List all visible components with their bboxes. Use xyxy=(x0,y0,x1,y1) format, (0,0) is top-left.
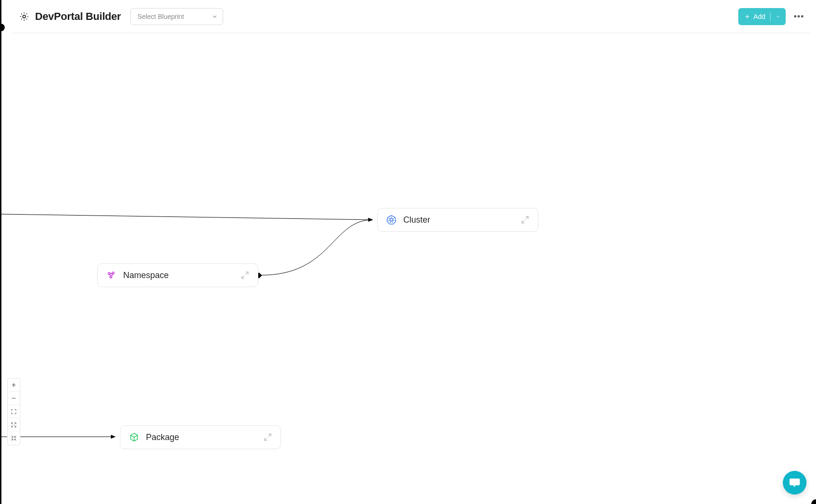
namespace-icon xyxy=(106,270,117,280)
svg-line-21 xyxy=(242,276,244,279)
zoom-fit-button[interactable] xyxy=(8,405,20,418)
svg-line-27 xyxy=(11,425,13,427)
svg-line-18 xyxy=(109,274,110,276)
svg-line-32 xyxy=(15,439,17,441)
svg-line-8 xyxy=(392,221,393,223)
svg-line-7 xyxy=(393,220,395,220)
header: DevPortal Builder Select Blueprint Add xyxy=(13,0,810,33)
expand-icon[interactable] xyxy=(241,271,249,279)
add-button-main[interactable]: Add xyxy=(738,8,770,25)
svg-line-30 xyxy=(15,436,17,438)
header-left: DevPortal Builder Select Blueprint xyxy=(19,8,223,25)
chat-icon xyxy=(789,477,801,489)
blueprint-select-placeholder: Select Blueprint xyxy=(137,13,184,20)
blueprint-select[interactable]: Select Blueprint xyxy=(130,8,223,25)
expand-icon[interactable] xyxy=(521,216,529,224)
add-button-dropdown[interactable] xyxy=(771,8,786,25)
svg-line-17 xyxy=(110,273,112,274)
svg-line-20 xyxy=(246,272,248,274)
collapse-in-icon xyxy=(10,435,17,441)
svg-point-16 xyxy=(110,276,112,278)
svg-line-12 xyxy=(526,216,528,219)
node-namespace-label: Namespace xyxy=(123,270,241,280)
fullscreen-icon xyxy=(10,408,17,415)
svg-point-15 xyxy=(112,272,114,274)
node-namespace[interactable]: Namespace xyxy=(97,263,258,287)
svg-point-0 xyxy=(23,15,26,18)
zoom-out-button[interactable]: − xyxy=(8,392,20,405)
more-menu-button[interactable]: ••• xyxy=(793,8,805,25)
scroll-hint xyxy=(811,499,816,504)
add-button[interactable]: Add xyxy=(738,8,786,25)
edge-offscreen-to-cluster xyxy=(0,214,372,220)
zoom-collapse-button[interactable] xyxy=(8,432,20,445)
svg-line-24 xyxy=(264,438,267,441)
plus-icon xyxy=(744,13,751,20)
svg-line-9 xyxy=(390,221,391,223)
node-package[interactable]: Package xyxy=(120,425,281,449)
svg-point-14 xyxy=(108,272,110,274)
page-title: DevPortal Builder xyxy=(35,10,121,23)
svg-line-19 xyxy=(111,274,112,276)
gear-icon xyxy=(19,11,29,22)
node-cluster-label: Cluster xyxy=(403,215,521,225)
zoom-controls: + − xyxy=(7,378,20,445)
more-dots-icon: ••• xyxy=(794,12,804,21)
chevron-down-icon xyxy=(211,13,218,20)
window-left-edge-dot xyxy=(0,24,5,31)
svg-line-31 xyxy=(11,439,13,441)
header-right: Add ••• xyxy=(738,8,805,25)
zoom-expand-button[interactable] xyxy=(8,418,20,432)
svg-line-26 xyxy=(14,423,16,424)
zoom-in-button[interactable]: + xyxy=(8,378,20,392)
svg-line-10 xyxy=(389,220,390,220)
svg-line-11 xyxy=(389,218,390,219)
expand-icon[interactable] xyxy=(263,433,272,441)
chevron-down-icon xyxy=(775,14,781,19)
svg-line-6 xyxy=(392,218,394,219)
node-package-label: Package xyxy=(146,432,263,442)
svg-line-29 xyxy=(11,436,13,438)
edge-namespace-to-cluster xyxy=(261,220,372,275)
svg-line-23 xyxy=(269,434,271,436)
svg-point-4 xyxy=(390,218,393,221)
canvas[interactable]: Cluster Namespace xyxy=(0,33,816,504)
add-button-label: Add xyxy=(753,13,765,20)
expand-out-icon xyxy=(10,422,17,428)
svg-line-28 xyxy=(14,425,16,427)
node-cluster[interactable]: Cluster xyxy=(377,208,538,232)
svg-line-25 xyxy=(11,423,13,424)
package-icon xyxy=(129,432,139,442)
chat-widget-button[interactable] xyxy=(783,471,807,495)
svg-line-13 xyxy=(522,221,524,223)
kubernetes-icon xyxy=(386,215,397,225)
